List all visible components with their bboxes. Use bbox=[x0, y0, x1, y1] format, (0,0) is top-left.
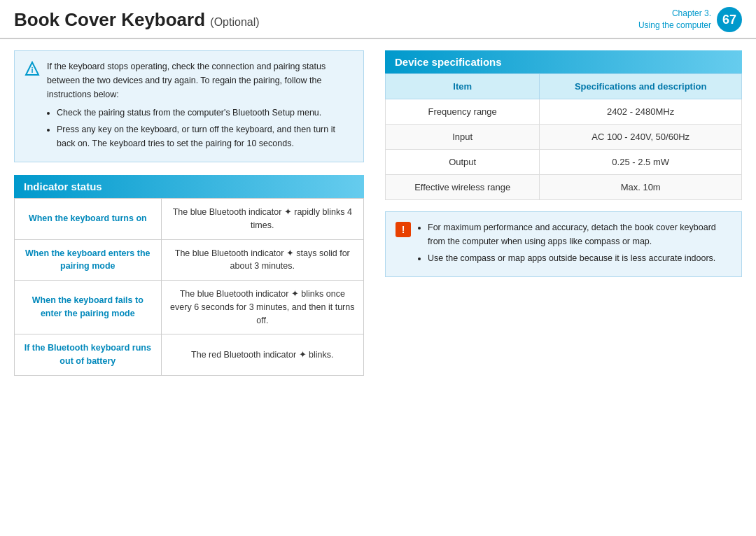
spec-value: 0.25 - 2.5 mW bbox=[540, 150, 742, 175]
info-bullet-1: Check the pairing status from the comput… bbox=[57, 106, 354, 120]
chapter-text: Chapter 3. Using the computer bbox=[638, 8, 711, 31]
warning-icon: ! bbox=[396, 222, 411, 237]
device-spec-header: Device specifications bbox=[385, 50, 742, 73]
chapter-sub: Using the computer bbox=[638, 20, 711, 31]
device-spec-section: Device specifications Item Specification… bbox=[385, 50, 742, 200]
note-box: ! For maximum performance and accuracy, … bbox=[385, 211, 742, 277]
spec-value: Max. 10m bbox=[540, 175, 742, 200]
indicator-status-header: Indicator status bbox=[14, 175, 364, 198]
indicator-row: When the keyboard turns onThe blue Bluet… bbox=[15, 199, 364, 240]
indicator-row: If the Bluetooth keyboard runs out of ba… bbox=[15, 334, 364, 376]
chapter-label: Chapter 3. bbox=[638, 8, 711, 20]
spec-row: Frequency range2402 - 2480MHz bbox=[386, 99, 742, 125]
spec-value: AC 100 - 240V, 50/60Hz bbox=[540, 125, 742, 150]
page-header: Book Cover Keyboard (Optional) Chapter 3… bbox=[0, 0, 756, 39]
note-bullet-1: For maximum performance and accuracy, de… bbox=[428, 220, 732, 248]
spec-col-desc: Specifications and description bbox=[540, 74, 742, 99]
info-box-content: If the keyboard stops operating, check t… bbox=[47, 59, 354, 153]
page-title: Book Cover Keyboard (Optional) bbox=[14, 9, 260, 31]
spec-row: InputAC 100 - 240V, 50/60Hz bbox=[386, 125, 742, 150]
spec-value: 2402 - 2480MHz bbox=[540, 99, 742, 125]
spec-row: Output0.25 - 2.5 mW bbox=[386, 150, 742, 175]
info-icon: i bbox=[24, 61, 40, 153]
note-box-list: For maximum performance and accuracy, de… bbox=[418, 220, 732, 265]
indicator-condition: When the keyboard fails to enter the pai… bbox=[15, 281, 162, 334]
indicator-description: The blue Bluetooth indicator ✦ rapidly b… bbox=[161, 199, 363, 240]
indicator-status-title: Indicator status bbox=[24, 181, 102, 192]
note-box-content: For maximum performance and accuracy, de… bbox=[418, 220, 732, 268]
indicator-table: When the keyboard turns onThe blue Bluet… bbox=[14, 198, 364, 376]
note-bullet-2: Use the compass or map apps outside beca… bbox=[428, 251, 732, 265]
page-number: 67 bbox=[722, 13, 736, 27]
indicator-condition: When the keyboard turns on bbox=[15, 199, 162, 240]
title-text: Book Cover Keyboard bbox=[14, 9, 205, 30]
indicator-description: The blue Bluetooth indicator ✦ blinks on… bbox=[161, 281, 363, 334]
indicator-description: The red Bluetooth indicator ✦ blinks. bbox=[161, 334, 363, 376]
spec-item: Output bbox=[386, 150, 540, 175]
indicator-condition: When the keyboard enters the pairing mod… bbox=[15, 239, 162, 281]
spec-item: Frequency range bbox=[386, 99, 540, 125]
right-column: Device specifications Item Specification… bbox=[378, 50, 742, 376]
spec-table-header-row: Item Specifications and description bbox=[386, 74, 742, 99]
svg-text:i: i bbox=[31, 66, 33, 74]
spec-item: Input bbox=[386, 125, 540, 150]
indicator-row: When the keyboard fails to enter the pai… bbox=[15, 281, 364, 334]
spec-row: Effective wireless rangeMax. 10m bbox=[386, 175, 742, 200]
page-badge: 67 bbox=[717, 7, 742, 32]
device-spec-title: Device specifications bbox=[395, 56, 502, 68]
left-column: i If the keyboard stops operating, check… bbox=[14, 50, 378, 376]
indicator-row: When the keyboard enters the pairing mod… bbox=[15, 239, 364, 281]
main-content: i If the keyboard stops operating, check… bbox=[0, 39, 756, 387]
indicator-condition: If the Bluetooth keyboard runs out of ba… bbox=[15, 334, 162, 376]
info-box: i If the keyboard stops operating, check… bbox=[14, 50, 364, 162]
spec-item: Effective wireless range bbox=[386, 175, 540, 200]
info-box-list: Check the pairing status from the comput… bbox=[47, 106, 354, 150]
warning-icon-label: ! bbox=[402, 222, 405, 237]
header-right: Chapter 3. Using the computer 67 bbox=[638, 7, 742, 32]
indicator-description: The blue Bluetooth indicator ✦ stays sol… bbox=[161, 239, 363, 281]
info-bullet-2: Press any key on the keyboard, or turn o… bbox=[57, 122, 354, 150]
spec-col-item: Item bbox=[386, 74, 540, 99]
info-box-text: If the keyboard stops operating, check t… bbox=[47, 62, 326, 99]
optional-label: (Optional) bbox=[210, 16, 259, 28]
spec-table: Item Specifications and description Freq… bbox=[385, 73, 742, 200]
